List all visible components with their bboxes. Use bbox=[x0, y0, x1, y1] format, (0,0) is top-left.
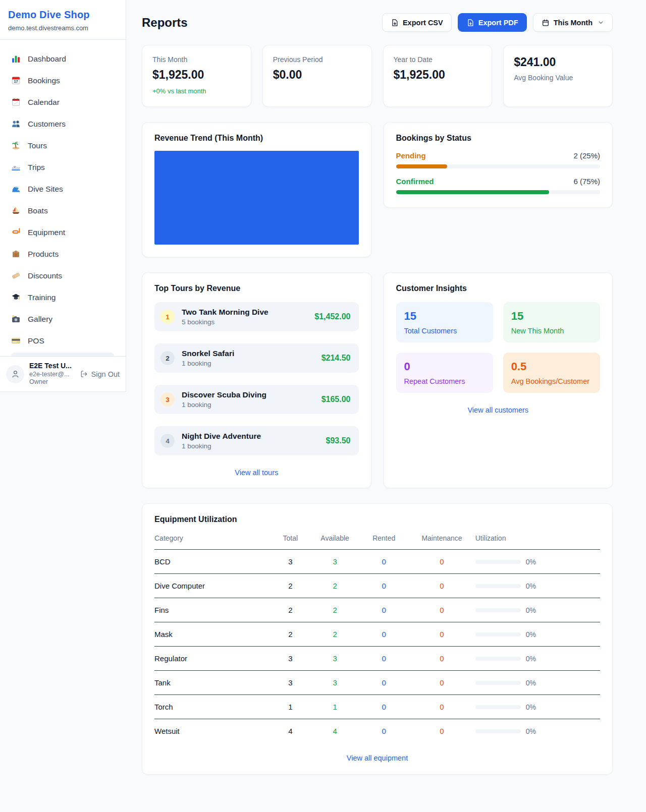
progress-track bbox=[396, 190, 601, 194]
tile-label: Total Customers bbox=[404, 327, 485, 335]
sidebar-item-label: Bookings bbox=[28, 76, 60, 85]
sidebar-item-dive-sites[interactable]: Dive Sites bbox=[6, 178, 120, 200]
cell-rented: 0 bbox=[359, 647, 408, 671]
utilization-bar bbox=[475, 560, 521, 564]
tile-value: 0.5 bbox=[511, 360, 592, 373]
table-row: Tank 3 3 0 0 0% bbox=[154, 671, 600, 695]
sidebar-item-training[interactable]: Training bbox=[6, 286, 120, 308]
sidebar-item-customers[interactable]: Customers bbox=[6, 113, 120, 135]
card-title: Bookings by Status bbox=[396, 134, 601, 143]
export-csv-button[interactable]: Export CSV bbox=[382, 13, 452, 32]
tile-label: Avg Bookings/Customer bbox=[511, 377, 592, 385]
sidebar-nav: Dashboard 17 Bookings Calendar Customers… bbox=[0, 40, 126, 356]
sidebar-item-trips[interactable]: Trips bbox=[6, 156, 120, 178]
insights-row: Top Tours by Revenue 1 Two Tank Morning … bbox=[142, 272, 613, 488]
cell-maintenance: 0 bbox=[408, 598, 475, 622]
stat-label: Year to Date bbox=[394, 55, 482, 64]
rank-badge: 3 bbox=[160, 392, 175, 407]
cell-rented: 0 bbox=[359, 550, 408, 574]
chevron-down-icon bbox=[598, 19, 604, 26]
sidebar-item-label: Discounts bbox=[28, 271, 62, 280]
period-select[interactable]: This Month bbox=[533, 13, 613, 32]
utilization-cell: 0% bbox=[475, 727, 600, 735]
cell-total: 3 bbox=[271, 647, 310, 671]
progress-track bbox=[396, 164, 601, 168]
sidebar-item-bookings[interactable]: 17 Bookings bbox=[6, 70, 120, 91]
customer-insights-card: Customer Insights 15 Total Customers 15 … bbox=[384, 272, 613, 488]
cell-maintenance: 0 bbox=[408, 671, 475, 695]
tile-value: 15 bbox=[404, 310, 485, 323]
sidebar-item-dashboard[interactable]: Dashboard bbox=[6, 48, 120, 70]
tile-label: New This Month bbox=[511, 327, 592, 335]
col-maintenance: Maintenance bbox=[408, 530, 475, 550]
stat-card-this-month: This Month $1,925.00 +0% vs last month bbox=[142, 45, 251, 107]
sidebar-item-pos[interactable]: POS bbox=[6, 330, 120, 352]
page-title: Reports bbox=[142, 16, 188, 30]
revenue-trend-chart bbox=[154, 151, 359, 245]
calendar-icon bbox=[542, 19, 550, 27]
sidebar-item-boats[interactable]: Boats bbox=[6, 200, 120, 221]
col-utilization: Utilization bbox=[475, 530, 600, 550]
stat-value: $1,925.00 bbox=[394, 68, 482, 82]
cell-rented: 0 bbox=[359, 622, 408, 647]
cell-category: Dive Computer bbox=[154, 574, 271, 598]
cell-total: 3 bbox=[271, 550, 310, 574]
sidebar-item-tours[interactable]: Tours bbox=[6, 135, 120, 156]
sidebar-item-reports-partial[interactable] bbox=[11, 353, 115, 356]
sidebar-item-label: Gallery bbox=[28, 315, 52, 324]
cell-category: Wetsuit bbox=[154, 719, 271, 743]
utilization-pct: 0% bbox=[526, 679, 536, 687]
card-title: Customer Insights bbox=[396, 284, 601, 293]
sidebar-item-label: Dashboard bbox=[28, 54, 66, 64]
utilization-bar bbox=[475, 632, 521, 636]
people-icon bbox=[11, 119, 21, 129]
sidebar-item-gallery[interactable]: Gallery bbox=[6, 308, 120, 330]
status-count: 6 (75%) bbox=[573, 177, 600, 186]
user-role: Owner bbox=[29, 378, 72, 386]
sign-out-button[interactable]: Sign Out bbox=[80, 370, 120, 378]
sidebar-user-footer: E2E Test U... e2e-tester@... Owner Sign … bbox=[0, 356, 126, 391]
utilization-bar bbox=[475, 608, 521, 612]
tour-revenue: $214.50 bbox=[321, 354, 351, 363]
cell-maintenance: 0 bbox=[408, 695, 475, 719]
export-pdf-button[interactable]: Export PDF bbox=[458, 13, 527, 32]
credit-card-icon bbox=[11, 336, 21, 345]
sidebar-item-equipment[interactable]: Equipment bbox=[6, 221, 120, 243]
view-all-customers-link[interactable]: View all customers bbox=[396, 406, 601, 414]
status-label: Pending bbox=[396, 151, 426, 160]
view-all-tours-link[interactable]: View all tours bbox=[154, 469, 359, 477]
table-header-row: Category Total Available Rented Maintena… bbox=[154, 530, 600, 550]
graduation-cap-icon bbox=[11, 293, 21, 302]
view-all-equipment-link[interactable]: View all equipment bbox=[154, 754, 600, 762]
header-actions: Export CSV Export PDF This Month bbox=[382, 13, 613, 32]
sidebar-item-calendar[interactable]: Calendar bbox=[6, 91, 120, 113]
stat-label: This Month bbox=[152, 55, 241, 64]
cell-category: Tank bbox=[154, 671, 271, 695]
cell-total: 2 bbox=[271, 574, 310, 598]
cell-total: 2 bbox=[271, 598, 310, 622]
sidebar-item-label: Customers bbox=[28, 120, 66, 129]
cell-rented: 0 bbox=[359, 719, 408, 743]
desert-island-icon bbox=[11, 141, 21, 150]
tour-revenue: $165.00 bbox=[321, 395, 351, 404]
sidebar-item-label: Trips bbox=[28, 163, 45, 172]
utilization-cell: 0% bbox=[475, 606, 600, 614]
tour-bookings: 5 bookings bbox=[182, 318, 268, 326]
bookings-status-card: Bookings by Status Pending 2 (25%) Confi… bbox=[384, 122, 613, 208]
status-count: 2 (25%) bbox=[573, 151, 600, 160]
cell-total: 4 bbox=[271, 719, 310, 743]
table-row: Fins 2 2 0 0 0% bbox=[154, 598, 600, 622]
sidebar-item-products[interactable]: Products bbox=[6, 243, 120, 265]
wave-icon bbox=[11, 184, 21, 194]
cell-maintenance: 0 bbox=[408, 574, 475, 598]
label-tag-icon bbox=[11, 271, 21, 280]
utilization-bar bbox=[475, 657, 521, 661]
svg-text:17: 17 bbox=[14, 79, 18, 84]
user-meta: E2E Test U... e2e-tester@... Owner bbox=[29, 362, 72, 386]
table-row: Mask 2 2 0 0 0% bbox=[154, 622, 600, 647]
rank-badge: 4 bbox=[160, 434, 175, 448]
cell-category: Regulator bbox=[154, 647, 271, 671]
sidebar-item-discounts[interactable]: Discounts bbox=[6, 265, 120, 286]
cell-available: 3 bbox=[310, 647, 359, 671]
speedboat-icon bbox=[11, 162, 21, 172]
